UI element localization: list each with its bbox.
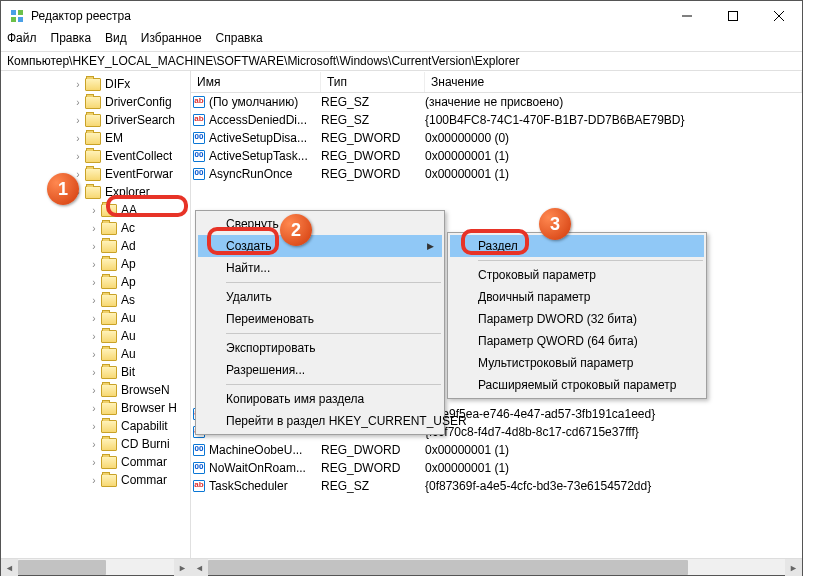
- tree-item[interactable]: ›EM: [3, 129, 188, 147]
- ctx-new-key[interactable]: Раздел: [450, 235, 704, 257]
- folder-icon: [101, 366, 117, 379]
- tree-label: Au: [121, 311, 136, 325]
- tree-item[interactable]: ›Capabilit: [3, 417, 188, 435]
- value-type: REG_DWORD: [321, 443, 425, 457]
- tree-item[interactable]: ›Ad: [3, 237, 188, 255]
- ctx-export[interactable]: Экспортировать: [198, 337, 442, 359]
- ctx-new-expandstring[interactable]: Расширяемый строковый параметр: [450, 374, 704, 396]
- table-row[interactable]: AccessDeniedDi...REG_SZ{100B4FC8-74C1-47…: [191, 111, 802, 129]
- minimize-button[interactable]: [664, 1, 710, 31]
- tree-item[interactable]: ›Au: [3, 309, 188, 327]
- expand-icon[interactable]: ›: [89, 439, 99, 450]
- table-row[interactable]: TaskSchedulerREG_SZ{0f87369f-a4e5-4cfc-b…: [191, 477, 802, 495]
- tree-item[interactable]: ›As: [3, 291, 188, 309]
- tree-item[interactable]: ›AA: [3, 201, 188, 219]
- expand-icon[interactable]: ›: [89, 403, 99, 414]
- tree-label: DriverSearch: [105, 113, 175, 127]
- tree-item[interactable]: ›Commar: [3, 471, 188, 489]
- tree-item[interactable]: ›DriverSearch: [3, 111, 188, 129]
- expand-icon[interactable]: ›: [89, 421, 99, 432]
- ctx-goto-hkcu[interactable]: Перейти в раздел HKEY_CURRENT_USER: [198, 410, 442, 432]
- folder-icon: [101, 420, 117, 433]
- tree-item[interactable]: ›EventCollect: [3, 147, 188, 165]
- menu-file[interactable]: Файл: [7, 31, 37, 49]
- tree-item[interactable]: ›Ap: [3, 255, 188, 273]
- maximize-button[interactable]: [710, 1, 756, 31]
- expand-icon[interactable]: ›: [73, 151, 83, 162]
- tree-hscroll[interactable]: ◄►: [1, 558, 191, 575]
- ctx-rename[interactable]: Переименовать: [198, 308, 442, 330]
- tree-label: Browser H: [121, 401, 177, 415]
- expand-icon[interactable]: ›: [89, 475, 99, 486]
- expand-icon[interactable]: ›: [89, 295, 99, 306]
- expand-icon[interactable]: ›: [89, 277, 99, 288]
- table-row[interactable]: ActiveSetupTask...REG_DWORD0x00000001 (1…: [191, 147, 802, 165]
- list-hscroll[interactable]: ◄►: [191, 558, 802, 575]
- expand-icon[interactable]: ›: [73, 133, 83, 144]
- ctx-collapse[interactable]: Свернуть: [198, 213, 442, 235]
- tree-item[interactable]: ›Ac: [3, 219, 188, 237]
- titlebar[interactable]: Редактор реестра: [1, 1, 802, 31]
- menu-edit[interactable]: Правка: [51, 31, 92, 49]
- tree-item[interactable]: ›DIFx: [3, 75, 188, 93]
- expand-icon[interactable]: ›: [89, 241, 99, 252]
- string-value-icon: [193, 480, 205, 492]
- expand-icon[interactable]: ›: [89, 349, 99, 360]
- tree-item[interactable]: ›Bit: [3, 363, 188, 381]
- value-type: REG_SZ: [321, 479, 425, 493]
- table-row[interactable]: MachineOobeU...REG_DWORD0x00000001 (1): [191, 441, 802, 459]
- tree-item[interactable]: ›CD Burni: [3, 435, 188, 453]
- tree-item[interactable]: ›Browser H: [3, 399, 188, 417]
- expand-icon[interactable]: ›: [89, 313, 99, 324]
- ctx-delete[interactable]: Удалить: [198, 286, 442, 308]
- expand-icon[interactable]: ›: [73, 79, 83, 90]
- ctx-new-dword[interactable]: Параметр DWORD (32 бита): [450, 308, 704, 330]
- address-bar[interactable]: Компьютер\HKEY_LOCAL_MACHINE\SOFTWARE\Mi…: [1, 51, 802, 71]
- folder-icon: [101, 402, 117, 415]
- expand-icon[interactable]: ›: [89, 367, 99, 378]
- expand-icon[interactable]: ›: [89, 457, 99, 468]
- key-tree[interactable]: ›DIFx›DriverConfig›DriverSearch›EM›Event…: [1, 71, 191, 558]
- table-row[interactable]: AsyncRunOnceREG_DWORD0x00000001 (1): [191, 165, 802, 183]
- tree-label: DIFx: [105, 77, 130, 91]
- tree-item[interactable]: ›Commar: [3, 453, 188, 471]
- binary-value-icon: [193, 132, 205, 144]
- menu-help[interactable]: Справка: [216, 31, 263, 49]
- tree-item[interactable]: ›Ap: [3, 273, 188, 291]
- expand-icon[interactable]: ›: [73, 97, 83, 108]
- ctx-permissions[interactable]: Разрешения...: [198, 359, 442, 381]
- folder-icon: [101, 456, 117, 469]
- table-row[interactable]: (По умолчанию)REG_SZ(значение не присвое…: [191, 93, 802, 111]
- ctx-new-binary[interactable]: Двоичный параметр: [450, 286, 704, 308]
- table-row[interactable]: ActiveSetupDisa...REG_DWORD0x00000000 (0…: [191, 129, 802, 147]
- tree-item[interactable]: ›BrowseN: [3, 381, 188, 399]
- ctx-copy-key-name[interactable]: Копировать имя раздела: [198, 388, 442, 410]
- ctx-new-string[interactable]: Строковый параметр: [450, 264, 704, 286]
- expand-icon[interactable]: ›: [89, 385, 99, 396]
- menu-favorites[interactable]: Избранное: [141, 31, 202, 49]
- tree-item[interactable]: ›Au: [3, 345, 188, 363]
- expand-icon[interactable]: ›: [73, 169, 83, 180]
- expand-icon[interactable]: ›: [89, 259, 99, 270]
- tree-item[interactable]: ›Explorer: [3, 183, 188, 201]
- expand-icon[interactable]: ›: [89, 331, 99, 342]
- menu-view[interactable]: Вид: [105, 31, 127, 49]
- tree-item[interactable]: ›DriverConfig: [3, 93, 188, 111]
- tree-item[interactable]: ›Au: [3, 327, 188, 345]
- expand-icon[interactable]: ›: [89, 205, 99, 216]
- svg-rect-1: [18, 10, 23, 15]
- ctx-create[interactable]: Создать▶: [198, 235, 442, 257]
- table-row[interactable]: NoWaitOnRoam...REG_DWORD0x00000001 (1): [191, 459, 802, 477]
- col-value[interactable]: Значение: [425, 72, 802, 92]
- col-name[interactable]: Имя: [191, 72, 321, 92]
- expand-icon[interactable]: ›: [73, 187, 83, 198]
- tree-item[interactable]: ›EventForwar: [3, 165, 188, 183]
- expand-icon[interactable]: ›: [73, 115, 83, 126]
- ctx-new-qword[interactable]: Параметр QWORD (64 бита): [450, 330, 704, 352]
- ctx-new-multistring[interactable]: Мультистроковый параметр: [450, 352, 704, 374]
- expand-icon[interactable]: ›: [89, 223, 99, 234]
- ctx-find[interactable]: Найти...: [198, 257, 442, 279]
- col-type[interactable]: Тип: [321, 72, 425, 92]
- value-name: (По умолчанию): [209, 95, 298, 109]
- close-button[interactable]: [756, 1, 802, 31]
